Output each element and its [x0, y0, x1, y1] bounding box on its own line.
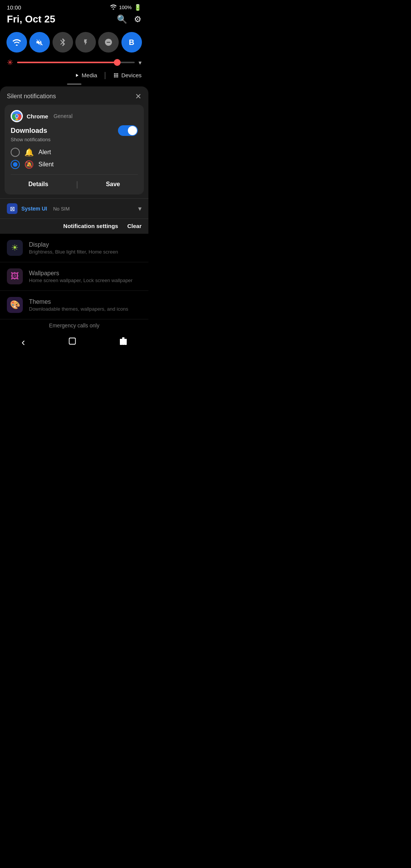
- wallpapers-text: Wallpapers Home screen wallpaper, Lock s…: [29, 270, 142, 283]
- brightness-thumb: [114, 59, 121, 66]
- clear-button[interactable]: Clear: [127, 223, 142, 229]
- toggle-dnd[interactable]: [98, 32, 119, 53]
- silent-radio-inner: [13, 162, 18, 167]
- back-button[interactable]: ‹: [14, 335, 32, 350]
- emergency-bar: Emergency calls only: [0, 319, 148, 330]
- action-divider: |: [76, 180, 78, 189]
- recents-button[interactable]: [112, 335, 135, 349]
- system-app-name: System UI: [21, 206, 47, 212]
- settings-item-wallpapers[interactable]: 🖼 Wallpapers Home screen wallpaper, Lock…: [0, 262, 148, 291]
- alert-icon: 🔔: [24, 148, 34, 157]
- wallpapers-title: Wallpapers: [29, 270, 142, 277]
- system-notif-left: ⊠ System UI No SIM: [7, 203, 70, 214]
- notif-subtitle: Show notifications: [11, 137, 138, 142]
- drag-handle: [0, 82, 148, 86]
- battery-text: 100%: [119, 5, 132, 10]
- settings-list: ☀ Display Brightness, Blue light filter,…: [0, 234, 148, 319]
- settings-item-display[interactable]: ☀ Display Brightness, Blue light filter,…: [0, 234, 148, 262]
- status-bar: 10:00 100% 🔋: [0, 0, 148, 13]
- svg-rect-6: [122, 337, 124, 345]
- emergency-text: Emergency calls only: [49, 322, 99, 329]
- silent-option-row[interactable]: 🔕 Silent: [11, 160, 138, 169]
- themes-title: Themes: [29, 298, 142, 305]
- display-icon: ☀: [7, 240, 23, 256]
- themes-subtitle: Downloadable themes, wallpapers, and ico…: [29, 306, 142, 312]
- home-button[interactable]: [61, 335, 84, 349]
- show-notif-toggle[interactable]: [118, 125, 138, 136]
- silent-label: Silent: [38, 161, 54, 168]
- chrome-notif-header: Chrome General: [11, 110, 138, 122]
- brightness-row: ✳ ▾: [0, 56, 148, 69]
- status-icons: 100% 🔋: [110, 4, 142, 11]
- svg-rect-4: [69, 338, 75, 345]
- close-button[interactable]: ✕: [135, 92, 142, 101]
- silent-notifications-title: Silent notifications: [7, 93, 56, 100]
- themes-icon: 🎨: [7, 297, 23, 313]
- nav-bar: ‹: [0, 330, 148, 356]
- notification-action-row: Details | Save: [11, 174, 138, 189]
- alert-label: Alert: [38, 149, 51, 156]
- svg-rect-5: [120, 339, 122, 345]
- display-title: Display: [29, 241, 142, 248]
- wifi-icon: [110, 4, 117, 11]
- media-button[interactable]: Media: [74, 72, 97, 78]
- themes-text: Themes Downloadable themes, wallpapers, …: [29, 298, 142, 312]
- notif-title: Downloads: [11, 127, 47, 135]
- brightness-fill: [17, 62, 117, 63]
- toggle-bluetooth[interactable]: [53, 32, 73, 53]
- details-button[interactable]: Details: [21, 179, 56, 189]
- notification-settings-button[interactable]: Notification settings: [63, 223, 118, 229]
- brightness-icon: ✳: [7, 58, 13, 67]
- search-icon[interactable]: 🔍: [117, 14, 127, 24]
- display-text: Display Brightness, Blue light filter, H…: [29, 241, 142, 255]
- brightness-track[interactable]: [17, 62, 135, 63]
- toggle-sound[interactable]: [29, 32, 50, 53]
- media-devices-row: Media | Devices: [0, 69, 148, 82]
- wallpapers-icon: 🖼: [7, 268, 23, 284]
- date-text: Fri, Oct 25: [7, 13, 55, 25]
- toggle-bixby[interactable]: B: [121, 32, 142, 53]
- save-button[interactable]: Save: [98, 179, 127, 189]
- alert-option-row[interactable]: 🔔 Alert: [11, 148, 138, 157]
- drag-line: [67, 83, 81, 85]
- display-subtitle: Brightness, Blue light filter, Home scre…: [29, 249, 142, 255]
- silent-notifications-header: Silent notifications ✕: [0, 86, 148, 105]
- svg-rect-7: [124, 339, 127, 345]
- silent-radio[interactable]: [11, 160, 20, 169]
- silent-icon: 🔕: [24, 160, 34, 169]
- chrome-notification: Chrome General Downloads Show notificati…: [5, 105, 144, 195]
- chrome-category: General: [54, 113, 73, 119]
- notification-actions: Notification settings Clear: [0, 219, 148, 234]
- notif-title-row: Downloads: [11, 125, 138, 136]
- toggle-knob: [128, 126, 137, 135]
- devices-button[interactable]: Devices: [113, 72, 142, 78]
- date-actions: 🔍 ⚙: [117, 14, 142, 24]
- svg-point-3: [15, 115, 18, 117]
- brightness-chevron[interactable]: ▾: [139, 59, 142, 66]
- status-time: 10:00: [7, 4, 21, 11]
- settings-icon[interactable]: ⚙: [134, 14, 142, 24]
- system-sub: No SIM: [53, 206, 70, 212]
- date-bar: Fri, Oct 25 🔍 ⚙: [0, 13, 148, 29]
- settings-item-themes[interactable]: 🎨 Themes Downloadable themes, wallpapers…: [0, 291, 148, 319]
- chrome-app-name: Chrome: [27, 113, 48, 120]
- alert-radio[interactable]: [11, 148, 20, 157]
- toggle-flashlight[interactable]: [75, 32, 96, 53]
- chrome-logo: [11, 110, 23, 122]
- wallpapers-subtitle: Home screen wallpaper, Lock screen wallp…: [29, 278, 142, 283]
- quick-toggles: B: [0, 29, 148, 56]
- battery-icon: 🔋: [134, 4, 142, 11]
- media-devices-divider: |: [104, 71, 106, 80]
- toggle-wifi[interactable]: [6, 32, 27, 53]
- system-chevron[interactable]: ▾: [138, 204, 142, 213]
- system-ui-icon: ⊠: [7, 203, 18, 214]
- notification-panel: Silent notifications ✕ Chrome General: [0, 86, 148, 234]
- system-ui-notification: ⊠ System UI No SIM ▾: [0, 198, 148, 219]
